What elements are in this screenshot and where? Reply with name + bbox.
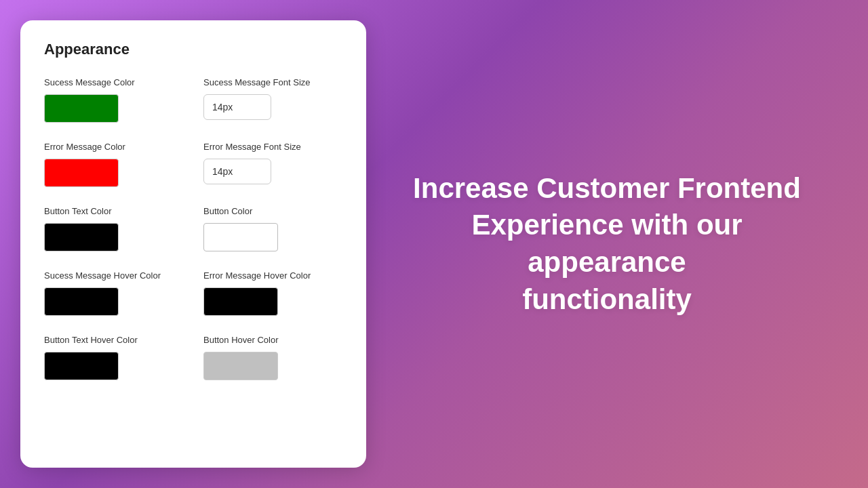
button-color-swatch[interactable] — [203, 223, 278, 251]
tagline: Increase Customer Frontend Experience wi… — [393, 170, 821, 318]
button-text-color-swatch[interactable] — [44, 223, 119, 251]
row-5: Button Text Hover Color Button Hover Col… — [44, 335, 342, 380]
success-font-size-input[interactable] — [203, 94, 271, 120]
success-hover-color-label: Sucess Message Hover Color — [44, 270, 183, 281]
button-text-color-label: Button Text Color — [44, 206, 183, 216]
error-hover-color-swatch[interactable] — [203, 287, 278, 316]
field-error-hover-color: Error Message Hover Color — [203, 270, 342, 316]
tagline-line2: Experience with our appearance — [471, 209, 742, 278]
row-4: Sucess Message Hover Color Error Message… — [44, 270, 342, 316]
right-panel: Increase Customer Frontend Experience wi… — [366, 143, 848, 345]
error-hover-color-label: Error Message Hover Color — [203, 270, 342, 281]
error-font-size-input[interactable] — [203, 159, 271, 184]
error-color-label: Error Message Color — [44, 142, 183, 152]
tagline-line1: Increase Customer Frontend — [413, 172, 801, 204]
row-3: Button Text Color Button Color — [44, 206, 342, 251]
success-hover-color-swatch[interactable] — [44, 287, 119, 316]
field-success-hover-color: Sucess Message Hover Color — [44, 270, 183, 316]
field-button-hover-color: Button Hover Color — [203, 335, 342, 380]
field-button-color: Button Color — [203, 206, 342, 251]
field-error-font-size: Error Message Font Size — [203, 142, 342, 184]
button-hover-color-swatch[interactable] — [203, 352, 278, 380]
field-button-text-color: Button Text Color — [44, 206, 183, 251]
button-text-hover-color-label: Button Text Hover Color — [44, 335, 183, 345]
field-success-color: Sucess Message Color — [44, 77, 183, 123]
field-button-text-hover-color: Button Text Hover Color — [44, 335, 183, 380]
button-color-label: Button Color — [203, 206, 342, 216]
appearance-panel: Appearance Sucess Message Color Sucess M… — [20, 20, 366, 468]
error-message-color-swatch[interactable] — [44, 159, 119, 187]
error-font-size-label: Error Message Font Size — [203, 142, 342, 152]
button-hover-color-label: Button Hover Color — [203, 335, 342, 345]
success-font-size-label: Sucess Message Font Size — [203, 77, 342, 87]
button-text-hover-color-swatch[interactable] — [44, 352, 119, 380]
field-error-color: Error Message Color — [44, 142, 183, 187]
panel-title: Appearance — [44, 41, 342, 58]
success-message-color-swatch[interactable] — [44, 94, 119, 123]
success-color-label: Sucess Message Color — [44, 77, 183, 87]
row-1: Sucess Message Color Sucess Message Font… — [44, 77, 342, 123]
row-2: Error Message Color Error Message Font S… — [44, 142, 342, 187]
field-success-font-size: Sucess Message Font Size — [203, 77, 342, 120]
tagline-line3: functionality — [522, 283, 692, 315]
